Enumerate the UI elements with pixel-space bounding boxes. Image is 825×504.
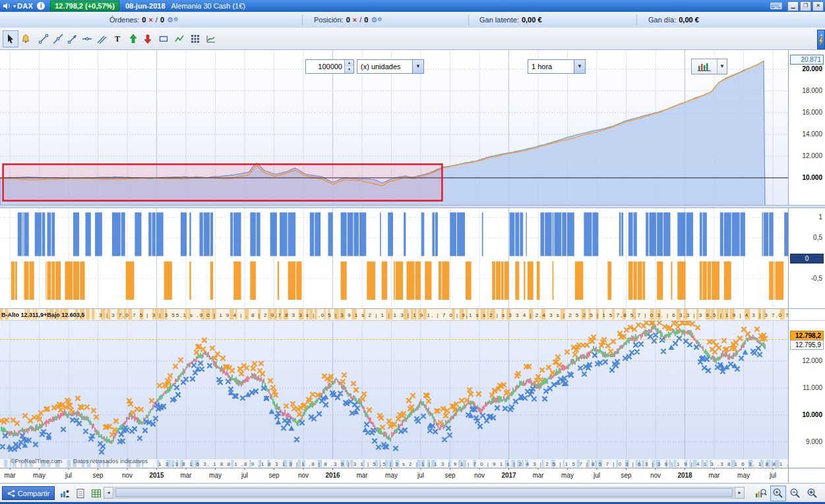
- svg-text:jul: jul: [65, 472, 72, 479]
- quantity-down-icon[interactable]: ▾: [345, 67, 353, 73]
- orders-label: Órdenes:: [109, 16, 139, 24]
- grid-icon: [190, 34, 200, 44]
- svg-text:mar: mar: [708, 472, 720, 479]
- pattern-grid-tool[interactable]: [187, 30, 203, 47]
- svg-text:B-Alto 12.311,9+Bajo 12.603,5: B-Alto 12.311,9+Bajo 12.603,5: [1, 312, 84, 318]
- indicator-tool[interactable]: [203, 30, 219, 47]
- position-settings-icon-2[interactable]: ⚙: [377, 16, 382, 23]
- chevron-down-icon[interactable]: ▼: [574, 60, 585, 73]
- brand-watermark: ©ProRealTime.com: [11, 458, 62, 464]
- scrollbar-thumb[interactable]: [115, 488, 733, 497]
- svg-text:jul: jul: [241, 472, 248, 479]
- zigzag-tool[interactable]: [171, 30, 187, 47]
- axis-tick-label: 10.000: [802, 411, 822, 419]
- axis-tick-label: -0,5: [811, 275, 822, 283]
- data-table-button[interactable]: [88, 486, 104, 501]
- orders-settings-icon-2[interactable]: ⚙: [173, 16, 178, 23]
- quantity-stepper[interactable]: 100000 ▴▾: [305, 59, 354, 74]
- chart-style-button[interactable]: ▼: [691, 59, 727, 74]
- svg-text:may: may: [737, 472, 750, 479]
- trendline-tool[interactable]: [36, 30, 51, 47]
- svg-text:sep: sep: [621, 472, 632, 479]
- price-axis[interactable]: 20.871 0 12.798,2 12.795,9 20.00018.0001…: [788, 49, 825, 483]
- latent-pl-label: Gan latente:: [479, 16, 519, 24]
- units-select[interactable]: (x) unidades ▼: [357, 59, 424, 74]
- svg-text:T: T: [115, 34, 120, 43]
- collapse-panel-button[interactable]: ◂: [817, 30, 825, 49]
- latent-pl: Gan latente: 0,00 €: [479, 12, 542, 28]
- chevron-down-icon[interactable]: ▼: [412, 60, 423, 73]
- cursor-icon: [5, 34, 16, 44]
- position-status: Posición: 0 × / 0 ⚙⚙: [314, 12, 382, 28]
- chart-analysis-button[interactable]: [753, 486, 769, 501]
- keyboard-icon[interactable]: ⌨: [770, 1, 782, 11]
- day-pl: Gan día: 0,00 €: [648, 12, 699, 28]
- svg-text:nov: nov: [650, 472, 661, 479]
- chart-scrollbar[interactable]: [114, 487, 734, 499]
- share-button[interactable]: Compartir: [2, 486, 55, 500]
- instrument-caret-icon[interactable]: ▾: [13, 3, 16, 9]
- strategy-stats-button[interactable]: [57, 486, 73, 501]
- table-icon: [91, 488, 102, 499]
- magnifier-minus-icon: [789, 488, 801, 499]
- chevron-down-icon[interactable]: ▼: [717, 59, 727, 74]
- zoom-out-button[interactable]: [787, 486, 803, 501]
- stats-bar: Órdenes: 0 × / 0 ⚙⚙ Posición: 0 × / 0 ⚙⚙…: [0, 12, 825, 28]
- panel-splitter[interactable]: [0, 205, 825, 208]
- extended-line-tool[interactable]: [50, 30, 66, 47]
- scroll-right-button[interactable]: ▸: [735, 487, 745, 499]
- svg-text:jul: jul: [417, 472, 424, 479]
- chart-area[interactable]: marmayjulsepnov2015marmayjulsepnov2016ma…: [0, 49, 788, 483]
- svg-text:may: may: [385, 472, 398, 479]
- close-button[interactable]: ✕: [812, 1, 824, 11]
- horizontal-line-tool[interactable]: [79, 30, 95, 47]
- quantity-up-icon[interactable]: ▴: [345, 60, 353, 67]
- axis-tick-label: 12.000: [802, 357, 822, 365]
- svg-text:2015: 2015: [149, 472, 164, 479]
- svg-text:mar: mar: [356, 472, 368, 479]
- svg-text:may: may: [33, 472, 46, 479]
- day-pl-label: Gan día:: [648, 16, 676, 24]
- quantity-arrows[interactable]: ▴▾: [344, 60, 353, 73]
- minimize-button[interactable]: ▁: [787, 1, 799, 11]
- ray-line-tool[interactable]: [65, 30, 80, 47]
- svg-text:2018: 2018: [677, 472, 692, 479]
- cancel-orders-icon[interactable]: ×: [148, 16, 152, 24]
- cursor-tool[interactable]: [3, 30, 18, 47]
- svg-text:2017: 2017: [501, 472, 516, 479]
- axis-tick-label: 20.000: [802, 65, 822, 73]
- buy-order-tool[interactable]: [125, 30, 141, 47]
- speaker-icon[interactable]: [3, 2, 11, 10]
- svg-text:mar: mar: [4, 472, 16, 479]
- rectangle-zoom-tool[interactable]: [156, 30, 171, 47]
- order-log-button[interactable]: [73, 486, 88, 501]
- day-pl-value: 0,00 €: [679, 16, 699, 24]
- position-sep: /: [359, 16, 361, 24]
- bell-icon: [20, 34, 31, 44]
- orders-sep: /: [156, 16, 158, 24]
- svg-text:mar: mar: [180, 472, 192, 479]
- alarm-tool[interactable]: [18, 30, 34, 47]
- zoom-reset-button[interactable]: [805, 486, 820, 501]
- strategy-person-icon: [59, 488, 70, 499]
- text-tool[interactable]: T: [109, 30, 125, 47]
- drawing-toolbar: T 100000 ▴▾ (x) unidades ▼ 1 hora: [0, 28, 825, 50]
- position-settings-icon[interactable]: ⚙: [371, 16, 377, 23]
- instrument-full-name: Alemania 30 Cash (1€): [171, 2, 246, 10]
- channel-icon: [96, 34, 107, 44]
- sell-order-tool[interactable]: [140, 30, 156, 47]
- info-icon[interactable]: i: [37, 2, 45, 10]
- quantity-value[interactable]: 100000: [306, 60, 344, 73]
- position-pending-count: 0: [364, 16, 368, 24]
- chart-canvas[interactable]: marmayjulsepnov2015marmayjulsepnov2016ma…: [0, 49, 788, 483]
- share-icon: [7, 490, 15, 497]
- scroll-left-button[interactable]: ◂: [104, 487, 113, 499]
- timeframe-select[interactable]: 1 hora ▼: [528, 59, 586, 74]
- restore-button[interactable]: ❐: [800, 1, 811, 11]
- zoom-in-button[interactable]: [770, 486, 786, 501]
- channel-tool[interactable]: [94, 30, 109, 47]
- orders-settings-icon[interactable]: ⚙: [167, 16, 173, 23]
- axis-tick-label: 12.000: [802, 152, 822, 160]
- close-position-icon[interactable]: ×: [353, 16, 357, 24]
- instrument-name[interactable]: DAX: [17, 2, 33, 10]
